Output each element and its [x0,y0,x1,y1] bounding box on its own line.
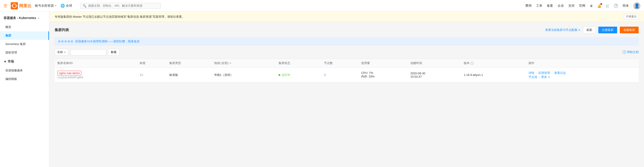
nav-screen-icon[interactable]: 🖥 [590,4,593,8]
search-bar: 🔍 [80,3,161,9]
global-label: 全球 [66,4,72,8]
nav-cart-icon[interactable]: 🛒 [606,4,610,8]
col-created: 创建时间 [408,59,461,68]
sidebar-section-label: 容器服务 - Kubernetes [4,16,36,20]
status-dot-icon [278,74,280,76]
help-docs-link[interactable]: ? 帮助文档 [622,50,639,54]
sidebar-item-compose[interactable]: 编排模板 [0,75,49,83]
sidebar-item-cluster[interactable]: 集群 [0,31,49,40]
filter-select-arrow-icon: ▼ [64,51,66,54]
region-sort-icon: ▼ [229,62,232,64]
create-cluster-button[interactable]: 创建集群 [620,27,639,33]
sidebar-section-arrow-icon: ▼ [38,17,40,20]
cell-status: 运行中 [276,68,321,82]
table-header-row: 集群名称/ID 标签 集群类型 地域 (全部) ▼ 集群状态 节点数 使用量 创… [55,59,639,68]
filter-bar: 名称 ▼ 标签 ? 帮助文档 [55,49,639,56]
created-time: 15:53:37 [410,75,458,78]
notice-text: 专有版集群的 Master 节点现已从默认节点池页面转移至"集群信息-集群资源"… [55,15,185,19]
notification-badge [600,3,602,5]
action-detail-link[interactable]: 详情 [528,71,534,74]
nav-fees[interactable]: 费用 [525,4,532,8]
sidebar-market-section[interactable]: ▼ 市场 [0,57,49,66]
action-more-link[interactable]: 更多 [541,75,547,78]
created-date: 2020-09-30 [410,72,458,75]
cell-usage: CPU: 7% 内存: 33% [358,68,408,82]
memory-usage: 内存: 33% [361,74,405,78]
filter-left: 名称 ▼ 标签 [55,49,120,56]
col-nodes: 节点数 [321,59,358,68]
cell-type: 标准版 [166,68,212,82]
refresh-button[interactable]: 刷新 [583,26,596,34]
action-nodepool-link[interactable]: 节点池 [528,75,537,78]
cluster-name-link[interactable]: nginx-nas-demo [57,71,81,76]
version-help-icon[interactable]: ? [470,62,474,65]
notice-dismiss-button[interactable]: 不再显示 [624,14,639,20]
col-usage: 使用量 [358,59,408,68]
sidebar-triangle-icon: ▼ [4,60,7,63]
ack-dot-5 [71,40,73,42]
action-sep-3: | [539,75,540,78]
ack-dot-1 [58,40,60,42]
ack-dot-3 [64,40,67,42]
more-arrow-icon: ▼ [548,76,550,78]
nav-beian[interactable]: 备案 [547,4,553,8]
logo-text: 阿里云 [19,3,31,8]
sidebar-item-overview[interactable]: 概览 [0,23,49,31]
col-tag: 标签 [137,59,166,68]
main-content: 专有版集群的 Master 节点现已从默认节点池页面转移至"集群信息-集群资源"… [49,12,644,167]
page-content: 集群列表 查看当前集群与节点配额 ▼ 刷新 注册集群 创建集群 [49,22,644,87]
col-version: 版本 ? [461,59,526,68]
nav-support[interactable]: 支持 [568,4,574,8]
status-running: 运行中 [278,73,319,77]
hamburger-icon[interactable]: ☰ [4,3,7,8]
cell-tag: 🏷 [137,68,166,82]
cluster-header-actions: 查看当前集群与节点配额 ▼ 刷新 注册集群 创建集群 [545,26,639,34]
sidebar: 容器服务 - Kubernetes ▼ 概览 集群 Serverless 集群 … [0,12,49,167]
col-region[interactable]: 地域 (全部) ▼ [212,59,276,68]
cluster-table: 集群名称/ID 标签 集群类型 地域 (全部) ▼ 集群状态 节点数 使用量 创… [55,59,639,82]
sidebar-item-registry[interactable]: 容器镜像服务 [0,66,49,75]
logo: 阿里云 [11,2,31,10]
global-icon: 🌐 [60,4,65,8]
action-sep-2: | [552,71,552,74]
cpu-usage: CPU: 7% [361,71,405,74]
ack-survey-link[interactable]: 容器服务ACK易用性调研——请您吐槽，我来改进 [75,40,140,44]
avatar[interactable]: 👤 [633,2,640,10]
cluster-list-title: 集群列表 [55,28,69,32]
nav-bell[interactable]: 🔔 [598,4,601,8]
cell-nodes: 3 [321,68,358,82]
cell-name: nginx-nas-demo c1a2b3c4d5e6f7g8h9 [55,68,137,82]
filter-input[interactable] [70,49,106,55]
table-row: nginx-nas-demo c1a2b3c4d5e6f7g8h9 🏷 标准版 … [55,68,639,82]
global-menu[interactable]: 🌐 全球 [60,4,72,8]
nav-lang[interactable]: 简体 [622,4,629,8]
quota-arrow-icon: ▼ [578,29,580,31]
col-type: 集群类型 [166,59,212,68]
account-menu[interactable]: 账号全部资源 ▼ [35,4,57,8]
nav-right: 费用 工单 备案 企业 支持 官网 🖥 🔔 🛒 ? 简体 👤 [525,2,640,10]
help-circle-icon: ? [622,50,626,54]
ack-dots [58,40,73,42]
sidebar-item-auth[interactable]: 授权管理 [0,48,49,57]
cell-version: 1.16.9-aliyun.1 [461,68,526,82]
action-app-mgmt-link[interactable]: 应用管理 [538,71,550,74]
nav-enterprise[interactable]: 企业 [558,4,564,8]
tag-filter-button[interactable]: 标签 [108,49,120,56]
name-filter-select[interactable]: 名称 ▼ [55,49,68,56]
tag-icon: 🏷 [140,73,143,77]
register-cluster-button[interactable]: 注册集群 [598,27,617,33]
nav-workorder[interactable]: 工单 [536,4,542,8]
logo-icon [11,2,18,10]
sidebar-section-kubernetes[interactable]: 容器服务 - Kubernetes ▼ [0,14,49,23]
col-name: 集群名称/ID [55,59,137,68]
notice-bar: 专有版集群的 Master 节点现已从默认节点池页面转移至"集群信息-集群资源"… [49,12,644,22]
quota-link[interactable]: 查看当前集群与节点配额 ▼ [545,28,580,32]
search-input[interactable] [88,4,158,8]
nav-help-icon[interactable]: ? [614,4,618,8]
account-arrow-icon: ▼ [55,4,57,7]
sidebar-item-serverless[interactable]: Serverless 集群 [0,40,49,48]
action-logs-link[interactable]: 查看日志 [554,71,566,74]
nav-official[interactable]: 官网 [579,4,585,8]
top-nav: ☰ 阿里云 账号全部资源 ▼ 🌐 全球 🔍 费用 工单 备案 企业 支持 官网 … [0,0,644,12]
node-count-link[interactable]: 3 [324,73,326,76]
